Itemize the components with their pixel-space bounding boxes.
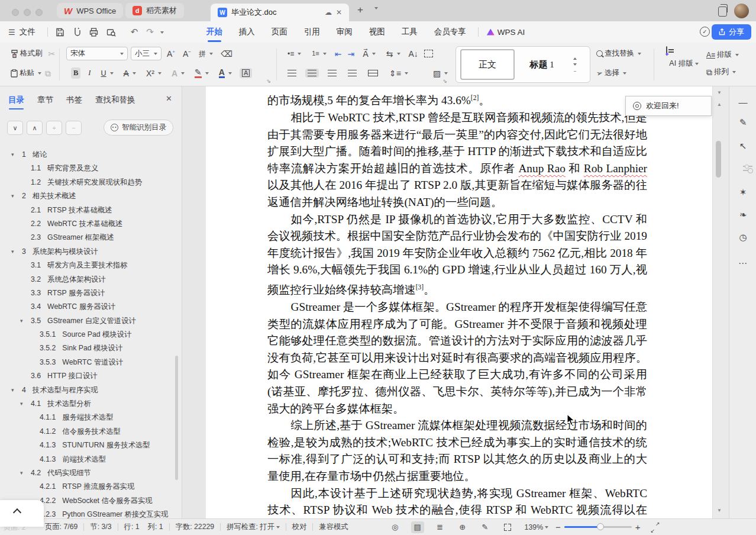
collapse-triangle-icon[interactable]: ▾: [11, 189, 14, 203]
export-pdf-icon[interactable]: [73, 28, 81, 37]
scroll-down-icon[interactable]: ▼: [717, 508, 722, 513]
proofread-button[interactable]: 校对: [292, 522, 307, 532]
sidebar-close-icon[interactable]: ✕: [166, 94, 172, 103]
decrease-indent-icon[interactable]: ⇤: [335, 50, 342, 58]
layout-button[interactable]: A≡排版: [704, 49, 741, 61]
collapse-triangle-icon[interactable]: ▾: [20, 314, 23, 328]
fullscreen-icon[interactable]: [501, 521, 514, 533]
toc-item[interactable]: 3.5.1Source Pad 模块设计: [0, 328, 175, 341]
toc-item[interactable]: 3.2系统总体架构设计: [0, 273, 175, 286]
traffic-light-minimize-icon[interactable]: [24, 9, 31, 16]
strikethrough-button[interactable]: A: [121, 68, 138, 79]
pointer-cursor-icon[interactable]: ↖: [729, 141, 756, 152]
undo-icon[interactable]: ↶: [131, 27, 138, 37]
increase-font-button[interactable]: A+: [164, 49, 177, 59]
style-chip-body[interactable]: 正文: [460, 49, 515, 80]
spellcheck-status[interactable]: 拼写检查: 打开: [227, 522, 274, 532]
toc-item[interactable]: ▾3.5GStreamer 自定义管道设计: [0, 314, 175, 328]
share-button[interactable]: 分享: [712, 24, 751, 40]
tab-docer[interactable]: d 稻壳素材: [125, 3, 184, 18]
font-name-select[interactable]: 宋体: [66, 47, 128, 60]
zoom-slider-knob[interactable]: [597, 523, 604, 530]
italic-button[interactable]: I: [86, 67, 93, 79]
sidebar-tab-bookmark[interactable]: 书签: [66, 95, 82, 105]
toc-item[interactable]: 1.2关键技术研究发展现状和趋势: [0, 176, 175, 189]
ink-pen-icon[interactable]: ✎: [479, 521, 492, 533]
toc-item[interactable]: 4.1.1服务端技术选型: [0, 411, 175, 424]
traffic-light-zoom-icon[interactable]: [35, 9, 43, 16]
sidebar-scrollbar[interactable]: [175, 356, 178, 480]
zoom-slider[interactable]: [564, 526, 632, 528]
toc-item[interactable]: 2.1RTSP 技术基础概述: [0, 204, 175, 217]
sidebar-tab-find-replace[interactable]: 查找和替换: [95, 95, 135, 105]
align-justify-button[interactable]: [345, 69, 359, 78]
toc-remove-button[interactable]: −: [66, 121, 82, 135]
page-indicator[interactable]: 页面: 7/69: [45, 522, 77, 532]
new-tab-icon[interactable]: +: [357, 4, 363, 16]
align-distribute-button[interactable]: [366, 69, 380, 78]
collapse-triangle-icon[interactable]: ▾: [20, 397, 23, 411]
menu-tab-view[interactable]: 视图: [369, 27, 385, 37]
show-marks-icon[interactable]: [424, 50, 433, 57]
menu-tab-review[interactable]: 审阅: [337, 27, 353, 37]
next-page-icon[interactable]: ▲: [717, 102, 722, 107]
increase-indent-icon[interactable]: ⇥: [347, 50, 354, 58]
toc-item[interactable]: 2.3GStreamer 框架概述: [0, 231, 175, 244]
save-icon[interactable]: [56, 28, 64, 37]
menu-tab-page[interactable]: 页面: [272, 27, 287, 37]
superscript-button[interactable]: X²: [144, 68, 164, 79]
align-left-button[interactable]: [285, 69, 299, 78]
toc-item[interactable]: 2.2WebRTC 技术基础概述: [0, 217, 175, 231]
number-list-button[interactable]: 1≡: [309, 49, 329, 58]
spellcheck-dropdown-icon[interactable]: [276, 526, 280, 530]
hamburger-icon[interactable]: ☰: [8, 28, 15, 37]
page-view-icon[interactable]: ▤: [411, 521, 424, 533]
arrange-button[interactable]: ⧉排列: [704, 66, 738, 78]
menu-tab-insert[interactable]: 插入: [239, 27, 255, 37]
traffic-light-close-icon[interactable]: [12, 9, 19, 16]
sort-icon[interactable]: A↓: [409, 50, 418, 58]
outline-view-icon[interactable]: ≣: [434, 521, 447, 533]
line-spacing-button[interactable]: ⇕≡: [387, 68, 411, 79]
style-chip-heading1[interactable]: 标题 1: [515, 50, 569, 79]
char-border-button[interactable]: A: [240, 68, 252, 78]
document-page[interactable]: 的市场规模,5 年的复合年增长率为 43.6%[2]。 相比于 WebRTC 技…: [206, 86, 712, 518]
phonetic-guide-button[interactable]: 拼: [196, 49, 215, 59]
user-avatar[interactable]: [734, 4, 749, 18]
more-dots-icon[interactable]: ⋯: [729, 258, 756, 269]
char-spacing-button[interactable]: ⇆: [384, 49, 403, 59]
smart-toc-button[interactable]: 智能识别目录: [104, 120, 173, 136]
toc-item[interactable]: 4.1.2信令服务技术选型: [0, 425, 175, 439]
window-switch-icon[interactable]: [718, 7, 727, 17]
paragraph-dialog-launcher-icon[interactable]: ⇘: [442, 78, 447, 84]
document-scrollbar-lane[interactable]: ▼ ▲ ▼: [712, 86, 729, 518]
select-button[interactable]: ➢ 选择: [594, 67, 629, 79]
menu-tab-home[interactable]: 开始: [206, 27, 222, 37]
zoom-level[interactable]: 139%: [525, 523, 543, 531]
quickbar-more-icon[interactable]: [160, 31, 164, 36]
styles-scroll-up-icon[interactable]: [573, 56, 577, 60]
zoom-out-icon[interactable]: −: [555, 522, 561, 532]
styles-scroll-down-icon[interactable]: [573, 63, 577, 67]
history-clock-icon[interactable]: ◷: [729, 232, 756, 243]
toc-item[interactable]: ▾2相关技术概述: [0, 189, 175, 203]
cloud-sync-icon[interactable]: ☁: [325, 8, 332, 17]
word-count[interactable]: 字数: 22229: [176, 522, 215, 532]
toc-item[interactable]: 3.5.3WebRTC 管道设计: [0, 356, 175, 369]
underline-button[interactable]: U: [99, 68, 116, 79]
zoom-in-icon[interactable]: +: [635, 522, 641, 532]
text-effect-button[interactable]: A: [169, 68, 187, 79]
toc-add-button[interactable]: +: [46, 121, 62, 135]
menu-tab-wps-ai[interactable]: WPS AI: [487, 28, 525, 37]
web-view-icon[interactable]: ⊕: [456, 521, 469, 533]
toc-item[interactable]: 3.4WebRTC 服务器设计: [0, 300, 175, 314]
bold-button[interactable]: B: [71, 67, 80, 79]
decrease-font-button[interactable]: A−: [180, 49, 193, 59]
toc-next-button[interactable]: ∨: [7, 121, 23, 135]
zoom-dropdown-icon[interactable]: [545, 526, 548, 530]
leaf-hand-icon[interactable]: ❧: [729, 210, 756, 220]
toc-item[interactable]: 3.6HTTP 接口设计: [0, 369, 175, 383]
close-tab-icon[interactable]: ✕: [336, 8, 342, 17]
print-icon[interactable]: [89, 28, 98, 37]
toc-item[interactable]: ▾4技术选型与程序实现: [0, 383, 175, 397]
